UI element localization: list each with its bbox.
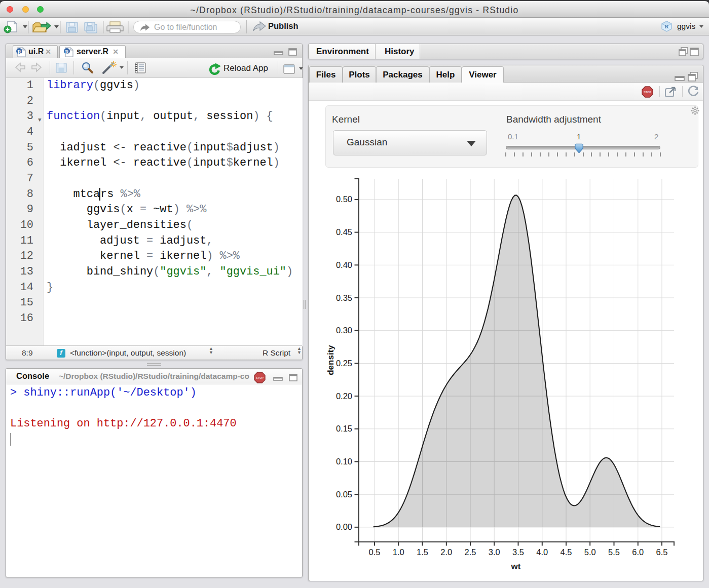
svg-text:R: R <box>17 49 21 55</box>
svg-text:0.00: 0.00 <box>336 522 352 531</box>
svg-text:0.50: 0.50 <box>336 194 352 204</box>
svg-text:wt: wt <box>511 562 521 571</box>
svg-text:3.5: 3.5 <box>512 547 524 557</box>
svg-text:0.30: 0.30 <box>336 326 352 335</box>
svg-text:0.5: 0.5 <box>369 547 381 557</box>
svg-text:1.0: 1.0 <box>393 547 404 557</box>
svg-text:3.0: 3.0 <box>489 547 500 557</box>
svg-text:0.45: 0.45 <box>336 227 352 237</box>
svg-text:0.20: 0.20 <box>336 391 352 401</box>
svg-text:4.5: 4.5 <box>561 547 572 557</box>
svg-text:STOP: STOP <box>256 376 264 379</box>
svg-text:2.0: 2.0 <box>440 547 452 557</box>
svg-text:0.05: 0.05 <box>336 490 352 499</box>
svg-text:0.40: 0.40 <box>336 260 352 269</box>
svg-text:2.5: 2.5 <box>465 547 476 557</box>
svg-text:R: R <box>65 49 69 55</box>
svg-text:STOP: STOP <box>644 91 651 94</box>
svg-text:R: R <box>665 23 669 29</box>
svg-text:4.0: 4.0 <box>536 547 548 557</box>
svg-text:density: density <box>326 345 335 375</box>
svg-text:0.25: 0.25 <box>336 359 352 368</box>
svg-text:0.35: 0.35 <box>336 293 352 302</box>
svg-text:0.10: 0.10 <box>336 457 352 466</box>
svg-text:0.15: 0.15 <box>336 424 352 433</box>
svg-text:5.0: 5.0 <box>584 547 596 557</box>
svg-text:1.5: 1.5 <box>417 547 428 557</box>
svg-text:6.5: 6.5 <box>656 547 668 557</box>
svg-text:6.0: 6.0 <box>632 547 644 557</box>
svg-text:5.5: 5.5 <box>608 547 620 557</box>
